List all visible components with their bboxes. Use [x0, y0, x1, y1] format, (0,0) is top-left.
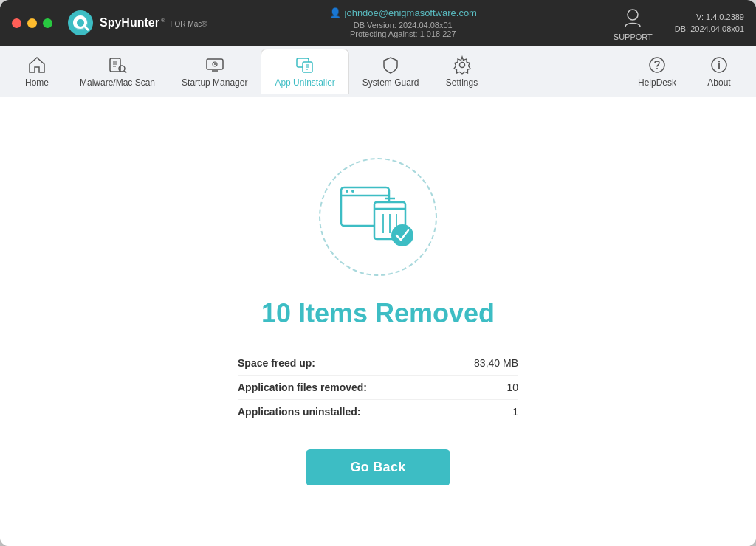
brand-name: SpyHunter ® FOR Mac® [100, 16, 207, 30]
svg-point-36 [391, 224, 413, 246]
nav-item-startup-manager[interactable]: Startup Manager [168, 49, 261, 94]
helpdesk-icon [647, 55, 667, 75]
svg-point-28 [346, 190, 348, 193]
nav-label-settings: Settings [446, 77, 478, 88]
nav-label-app-uninstaller: App Uninstaller [275, 77, 334, 88]
stats-table: Space freed up: 83,40 MB Application fil… [238, 351, 518, 424]
about-icon [709, 55, 729, 75]
traffic-lights [12, 18, 52, 28]
stat-label-files: Application files removed: [238, 381, 367, 393]
nav-label-startup-manager: Startup Manager [182, 77, 247, 88]
minimize-button[interactable] [27, 18, 37, 28]
main-content: 10 Items Removed Space freed up: 83,40 M… [0, 97, 756, 546]
system-guard-icon [381, 55, 400, 75]
support-block[interactable]: SUPPORT [614, 4, 653, 41]
version-block: V: 1.4.0.2389 DB: 2024.04.08x01 [675, 11, 744, 35]
titlebar: SpyHunter ® FOR Mac® 👤 johndoe@enigmasof… [0, 0, 756, 46]
stat-row-space: Space freed up: 83,40 MB [238, 351, 518, 376]
stat-value-space: 83,40 MB [474, 357, 518, 369]
nav-label-home: Home [25, 77, 49, 88]
brand-logo-icon [67, 10, 94, 36]
svg-point-29 [351, 190, 354, 193]
navbar: Home Malware/Mac Scan Startup Manager [0, 46, 756, 97]
stat-row-apps: Applications uninstalled: 1 [238, 400, 518, 424]
svg-point-3 [628, 10, 638, 20]
app-uninstaller-icon [295, 55, 315, 75]
support-icon [619, 4, 646, 31]
nav-label-helpdesk: HelpDesk [638, 77, 676, 88]
result-title: 10 Items Removed [261, 298, 495, 329]
nav-item-settings[interactable]: Settings [433, 49, 492, 94]
nav-item-system-guard[interactable]: System Guard [349, 49, 433, 94]
svg-line-6 [124, 71, 126, 73]
nav-item-about[interactable]: About [690, 49, 749, 94]
stat-row-files: Application files removed: 10 [238, 376, 518, 400]
db-info: DB Version: 2024.04.08x01 Protecting Aga… [350, 21, 456, 38]
app-window: SpyHunter ® FOR Mac® 👤 johndoe@enigmasof… [0, 0, 756, 546]
go-back-button[interactable]: Go Back [306, 449, 450, 485]
stat-value-files: 10 [506, 381, 518, 393]
close-button[interactable] [12, 18, 21, 28]
svg-point-5 [119, 66, 125, 72]
user-email: 👤 johndoe@enigmasoftware.com [329, 7, 477, 18]
stat-label-space: Space freed up: [238, 357, 315, 369]
person-icon: 👤 [329, 7, 341, 18]
titlebar-center: 👤 johndoe@enigmasoftware.com DB Version:… [207, 7, 599, 38]
startup-manager-icon [205, 55, 224, 75]
svg-point-13 [214, 63, 216, 65]
svg-point-25 [718, 61, 720, 62]
nav-item-helpdesk[interactable]: HelpDesk [625, 49, 690, 94]
settings-icon [453, 55, 472, 75]
svg-point-19 [459, 62, 464, 67]
stat-label-apps: Applications uninstalled: [238, 406, 360, 418]
maximize-button[interactable] [43, 18, 52, 28]
svg-point-20 [650, 58, 664, 72]
nav-item-app-uninstaller[interactable]: App Uninstaller [261, 49, 348, 94]
malware-scan-icon [108, 55, 127, 75]
nav-label-about: About [707, 77, 730, 88]
support-label: SUPPORT [614, 32, 653, 41]
svg-point-2 [77, 19, 84, 27]
home-icon [27, 55, 47, 75]
brand: SpyHunter ® FOR Mac® [67, 10, 207, 36]
result-icon-container [319, 158, 437, 276]
nav-label-malware-scan: Malware/Mac Scan [80, 77, 155, 88]
svg-point-22 [656, 68, 658, 69]
uninstall-result-icon [337, 176, 419, 258]
nav-item-home[interactable]: Home [7, 49, 66, 94]
stat-value-apps: 1 [512, 406, 518, 418]
nav-item-malware-scan[interactable]: Malware/Mac Scan [66, 49, 168, 94]
nav-label-system-guard: System Guard [362, 77, 419, 88]
